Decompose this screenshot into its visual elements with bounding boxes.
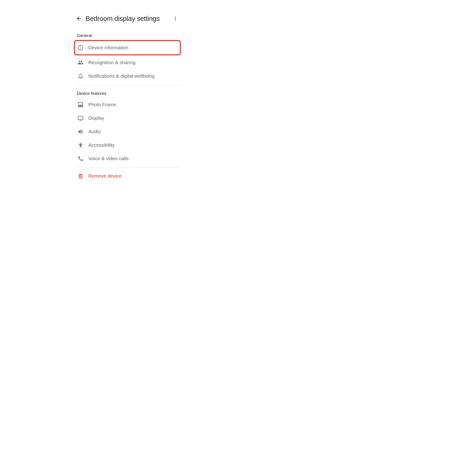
header: Bedroom display settings xyxy=(74,14,181,27)
phone-icon xyxy=(78,156,84,162)
settings-panel: Bedroom display settings General Device … xyxy=(74,14,181,183)
section-header-device-features: Device features xyxy=(74,85,181,98)
svg-point-0 xyxy=(175,17,176,18)
list-item-photo-frame[interactable]: Photo Frame xyxy=(74,98,181,111)
list-item-label: Display xyxy=(88,115,104,121)
list-item-device-information[interactable]: Device information xyxy=(75,41,180,54)
svg-point-2 xyxy=(175,20,176,21)
image-icon xyxy=(78,102,84,108)
accessibility-icon xyxy=(78,142,84,148)
list-item-label: Voice & video calls xyxy=(88,156,129,161)
list-item-voice-video-calls[interactable]: Voice & video calls xyxy=(74,152,181,165)
people-icon xyxy=(78,60,84,66)
info-icon xyxy=(78,45,84,51)
trash-icon xyxy=(78,173,84,179)
highlight-device-information: Device information xyxy=(74,40,181,55)
divider xyxy=(77,168,181,168)
svg-point-5 xyxy=(80,46,81,47)
back-button[interactable] xyxy=(74,14,84,23)
list-item-label: Audio xyxy=(88,129,101,134)
list-item-recognition-sharing[interactable]: Recognition & sharing xyxy=(74,56,181,69)
list-item-label: Recognition & sharing xyxy=(88,60,136,65)
svg-rect-7 xyxy=(78,116,83,120)
more-vert-icon xyxy=(173,16,178,21)
svg-point-9 xyxy=(80,143,81,144)
more-options-button[interactable] xyxy=(171,14,179,23)
list-item-label: Accessibility xyxy=(88,142,115,148)
svg-point-1 xyxy=(175,18,176,19)
list-item-audio[interactable]: Audio xyxy=(74,125,181,138)
list-item-label: Remove device xyxy=(88,173,121,179)
page-title: Bedroom display settings xyxy=(85,15,160,23)
list-item-accessibility[interactable]: Accessibility xyxy=(74,138,181,152)
list-item-label: Notifications & digital wellbeing xyxy=(88,73,154,79)
list-item-display[interactable]: Display xyxy=(74,111,181,125)
arrow-left-icon xyxy=(76,16,82,22)
list-item-remove-device[interactable]: Remove device xyxy=(74,169,181,183)
tv-icon xyxy=(78,115,84,121)
list-item-label: Device information xyxy=(88,45,128,51)
section-header-general: General xyxy=(74,27,181,40)
list-item-notifications[interactable]: Notifications & digital wellbeing xyxy=(74,69,181,83)
list-item-label: Photo Frame xyxy=(88,102,116,107)
volume-icon xyxy=(78,129,84,135)
bell-icon xyxy=(78,73,84,79)
